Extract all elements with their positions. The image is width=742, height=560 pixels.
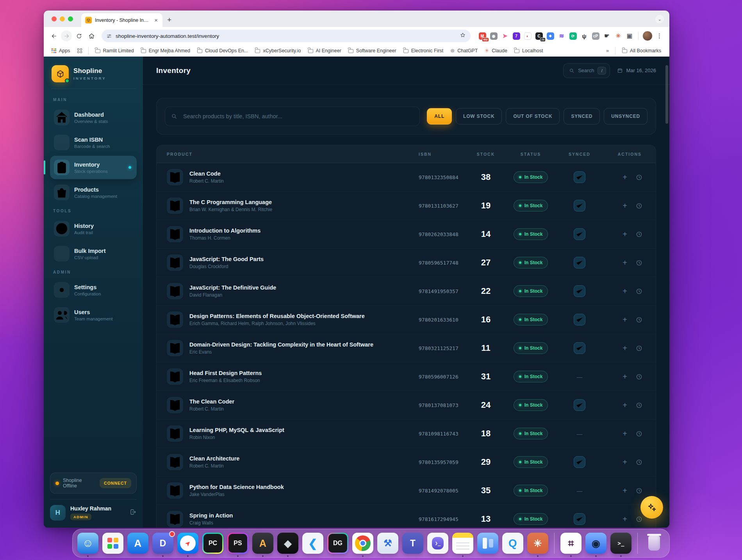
bookmark-item-electronic-first[interactable]: Electronic First [400, 46, 447, 55]
browser-tab[interactable]: Inventory - Shopline Inventory × [81, 13, 162, 27]
synced-check-icon[interactable] [574, 200, 585, 212]
bookmark-item-ramlit-limited[interactable]: Ramlit Limited [92, 46, 137, 55]
dock-teams[interactable]: T [402, 533, 423, 554]
synced-check-icon[interactable] [574, 342, 585, 354]
sidebar-item-history[interactable]: HistoryAudit trail [50, 217, 137, 240]
history-icon[interactable] [636, 174, 642, 181]
extension-waves[interactable]: ≋ [557, 31, 566, 41]
dock-camo[interactable]: ◉ [585, 533, 606, 554]
new-tab-button[interactable]: + [167, 16, 171, 24]
connect-button[interactable]: CONNECT [100, 478, 131, 488]
synced-check-icon[interactable] [574, 513, 585, 525]
tab-close-icon[interactable]: × [153, 17, 159, 23]
ai-assistant-fab[interactable] [640, 496, 663, 519]
add-stock-icon[interactable]: + [622, 173, 627, 181]
history-icon[interactable] [636, 345, 642, 352]
synced-check-icon[interactable] [574, 314, 585, 325]
synced-check-icon[interactable] [574, 257, 585, 268]
add-stock-icon[interactable]: + [622, 487, 627, 494]
dock-trash[interactable] [644, 533, 665, 554]
user-card[interactable]: H Huxley Rahman ADMIN [50, 499, 137, 521]
table-row[interactable]: The Clean CoderRobert C. Martin978013708… [157, 391, 656, 420]
back-button[interactable] [48, 30, 59, 41]
extension-pink-play[interactable]: ➤ [500, 31, 510, 41]
table-row[interactable]: Head First Design PatternsEric Freeman &… [157, 363, 656, 391]
logout-icon[interactable] [130, 508, 137, 517]
history-icon[interactable] [636, 430, 642, 437]
add-stock-icon[interactable]: + [622, 458, 627, 466]
filter-chip-synced[interactable]: SYNCED [564, 108, 600, 124]
history-icon[interactable] [636, 203, 642, 209]
dock-slack[interactable]: ⌗ [560, 533, 581, 554]
home-button[interactable] [86, 30, 97, 41]
dock-notes[interactable] [452, 533, 473, 554]
history-icon[interactable] [636, 288, 642, 295]
history-icon[interactable] [636, 373, 642, 380]
synced-check-icon[interactable] [574, 399, 585, 411]
add-stock-icon[interactable]: + [622, 230, 627, 238]
table-row[interactable]: Domain-Driven Design: Tackling Complexit… [157, 334, 656, 363]
table-row[interactable]: Introduction to AlgorithmsThomas H. Corm… [157, 220, 656, 249]
add-stock-icon[interactable]: + [622, 401, 627, 409]
dock-iterm[interactable]: ❯_ [427, 533, 448, 554]
filter-chip-unsynced[interactable]: UNSYNCED [604, 108, 647, 124]
history-icon[interactable] [636, 516, 642, 523]
filter-chip-low-stock[interactable]: LOW STOCK [456, 108, 502, 124]
sidebar-item-scan-isbn[interactable]: Scan ISBNBarcode & search [50, 131, 137, 154]
extension-c-counter[interactable]: C23 [534, 31, 544, 41]
dock-terminal[interactable]: >_ [610, 533, 631, 554]
dock-phpstorm[interactable]: PS [227, 533, 248, 554]
dock-vscode[interactable]: ❮ [302, 533, 323, 554]
sidebar-item-settings[interactable]: SettingsConfiguration [50, 278, 137, 302]
bookmark-item-localhost[interactable]: Localhost [511, 46, 547, 55]
extension-camera[interactable]: ◉ [489, 31, 498, 41]
history-icon[interactable] [636, 487, 642, 494]
dock-quicktime[interactable]: Q [502, 533, 523, 554]
address-bar[interactable]: shopline-inventory-automation.test/inven… [102, 30, 471, 42]
bookmarks-overflow-icon[interactable]: » [603, 48, 612, 53]
dock-finder[interactable]: ☺ [77, 533, 98, 554]
history-icon[interactable] [636, 260, 642, 266]
all-bookmarks[interactable]: All Bookmarks [619, 46, 665, 55]
dock-discord[interactable]: D [152, 533, 173, 554]
table-row[interactable]: JavaScript: The Definitive GuideDavid Fl… [157, 277, 656, 306]
bookmark-item-ai-engineer[interactable]: AI Engineer [305, 46, 345, 55]
maximize-window-button[interactable] [68, 16, 73, 21]
table-row[interactable]: Clean CodeRobert C. Martin97801323508843… [157, 163, 656, 192]
extension-shield[interactable]: 7 [512, 31, 521, 41]
add-stock-icon[interactable]: + [622, 287, 627, 295]
dock-datagrip[interactable]: DG [327, 533, 348, 554]
bookmark-apps[interactable]: Apps [48, 48, 73, 53]
add-stock-icon[interactable]: + [622, 373, 627, 380]
synced-check-icon[interactable] [574, 228, 585, 240]
extension-blue-tag[interactable]: ⬥ [546, 31, 555, 41]
extension-hand-cursor[interactable]: ☛ [602, 31, 612, 41]
table-row[interactable]: Learning PHP, MySQL & JavaScriptRobin Ni… [157, 420, 656, 448]
sidebar-item-inventory[interactable]: InventoryStock operations [50, 156, 137, 179]
sidebar-item-users[interactable]: UsersTeam management [50, 303, 137, 327]
forward-button[interactable] [61, 30, 72, 41]
dock-a-gradient[interactable]: A [252, 533, 273, 554]
table-row[interactable]: Python for Data Science HandbookJake Van… [157, 476, 656, 505]
minimize-window-button[interactable] [60, 16, 65, 21]
quick-search[interactable]: Search / [563, 63, 610, 78]
bookmark-item-xcybersecurity-io[interactable]: xCyberSecurity.io [251, 46, 304, 55]
profile-avatar[interactable] [642, 31, 653, 41]
dock-appstore[interactable]: A [127, 533, 148, 554]
reload-button[interactable] [73, 30, 84, 41]
site-settings-icon[interactable] [106, 33, 112, 39]
close-window-button[interactable] [52, 16, 57, 21]
table-row[interactable]: Spring in ActionCraig Walls9781617294945… [157, 505, 656, 528]
add-stock-icon[interactable]: + [622, 259, 627, 267]
extension-claude-ext[interactable]: ✳ [614, 31, 623, 41]
filter-chip-all[interactable]: ALL [427, 108, 452, 124]
dock-safari[interactable]: ➤ [177, 533, 198, 554]
sidebar-item-products[interactable]: ProductsCatalog management [50, 181, 137, 204]
add-stock-icon[interactable]: + [622, 202, 627, 210]
history-icon[interactable] [636, 231, 642, 238]
add-stock-icon[interactable]: + [622, 316, 627, 324]
product-search-input[interactable] [165, 107, 420, 126]
synced-check-icon[interactable] [574, 171, 585, 183]
filter-chip-out-of-stock[interactable]: OUT OF STOCK [506, 108, 560, 124]
add-stock-icon[interactable]: + [622, 430, 627, 437]
